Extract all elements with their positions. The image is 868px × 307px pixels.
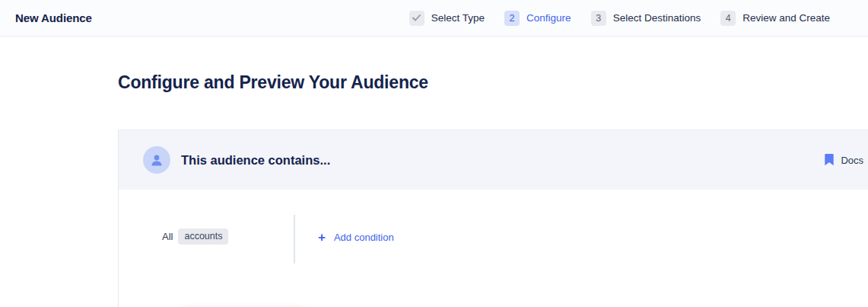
step-select-destinations[interactable]: 3 Select Destinations bbox=[591, 11, 701, 26]
step-configure[interactable]: 2 Configure bbox=[504, 11, 571, 26]
step-select-type[interactable]: Select Type bbox=[409, 11, 485, 26]
top-bar: New Audience Select Type 2 Configure 3 S… bbox=[0, 0, 868, 37]
step-label: Review and Create bbox=[742, 12, 830, 24]
bookmark-icon bbox=[825, 154, 834, 166]
page-heading: Configure and Preview Your Audience bbox=[118, 72, 428, 93]
condition-tree-connector bbox=[294, 215, 295, 264]
avatar bbox=[143, 146, 170, 174]
docs-label: Docs bbox=[841, 155, 863, 166]
card-header: This audience contains... Docs bbox=[119, 130, 868, 190]
condition-builder: All accounts + Add condition Users Accou… bbox=[119, 190, 868, 307]
card-title: This audience contains... bbox=[181, 153, 330, 168]
step-review-and-create[interactable]: 4 Review and Create bbox=[720, 11, 830, 26]
step-label: Select Destinations bbox=[613, 12, 701, 24]
step-number-badge: 2 bbox=[504, 11, 520, 26]
person-icon bbox=[149, 152, 164, 168]
step-number-badge: 4 bbox=[720, 11, 736, 26]
entity-prefix-label: All bbox=[162, 231, 173, 242]
plus-icon: + bbox=[318, 232, 326, 243]
entity-type-chip[interactable]: accounts bbox=[178, 229, 228, 245]
stepper: Select Type 2 Configure 3 Select Destina… bbox=[409, 0, 830, 36]
page-title: New Audience bbox=[0, 11, 92, 24]
page: New Audience Select Type 2 Configure 3 S… bbox=[0, 0, 868, 307]
audience-card: This audience contains... Docs All accou… bbox=[118, 130, 868, 307]
step-label: Select Type bbox=[431, 12, 485, 24]
step-label: Configure bbox=[526, 12, 571, 24]
add-condition-button[interactable]: + Add condition bbox=[318, 232, 394, 243]
check-icon bbox=[409, 11, 424, 26]
docs-link[interactable]: Docs bbox=[825, 154, 863, 166]
entity-selector-row: All accounts bbox=[162, 229, 228, 245]
step-number-badge: 3 bbox=[591, 11, 606, 26]
add-condition-label: Add condition bbox=[334, 232, 394, 243]
